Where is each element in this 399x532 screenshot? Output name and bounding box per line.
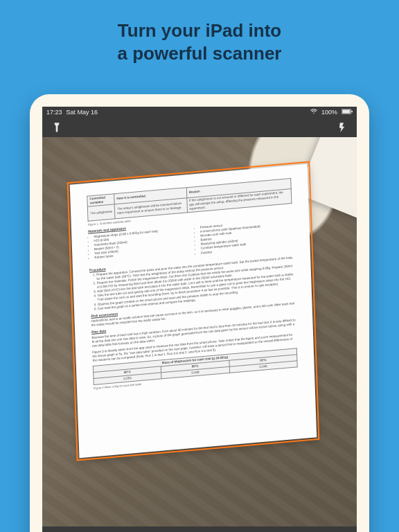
- marketing-headline: Turn your iPad into a powerful scanner: [0, 0, 399, 64]
- battery-icon: [342, 109, 353, 116]
- ipad-frame: 17:23 Sat May 16 100%: [30, 94, 369, 532]
- svg-rect-2: [351, 110, 353, 112]
- scanner-top-toolbar: [42, 118, 357, 137]
- headline-line2: a powerful scanner: [0, 42, 399, 65]
- headline-line1: Turn your iPad into: [0, 19, 399, 42]
- flashlight-icon[interactable]: [51, 121, 63, 134]
- ipad-screen: 17:23 Sat May 16 100%: [42, 107, 357, 532]
- status-battery: 100%: [321, 109, 337, 116]
- status-bar: 17:23 Sat May 16 100%: [42, 107, 357, 118]
- camera-viewfinder[interactable]: Controlled variables How it is controlle…: [42, 137, 357, 526]
- status-time: 17:23: [46, 109, 62, 116]
- flash-icon[interactable]: [336, 121, 348, 134]
- status-date: Sat May 16: [66, 109, 98, 116]
- svg-rect-1: [342, 109, 350, 114]
- scanner-bottom-toolbar: [42, 526, 357, 532]
- scanned-document: Controlled variables How it is controlle…: [70, 164, 317, 458]
- wifi-icon: [310, 109, 317, 116]
